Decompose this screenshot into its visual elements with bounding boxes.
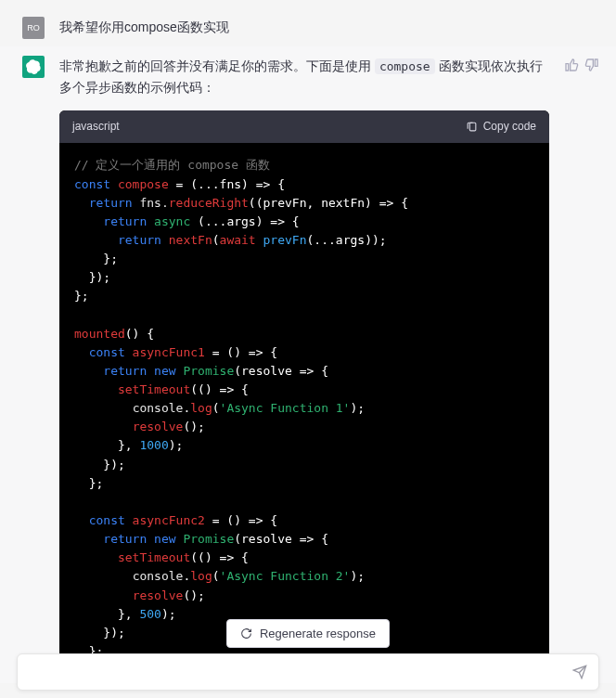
chat-input[interactable] [29, 665, 572, 679]
user-message-text: 我希望你用compose函数实现 [59, 17, 599, 37]
user-message-row: RO 我希望你用compose函数实现 [0, 7, 616, 46]
inline-code-compose: compose [375, 58, 435, 74]
assistant-message-body: 非常抱歉之前的回答并没有满足你的需求。下面是使用 compose 函数实现依次执… [59, 56, 549, 676]
clipboard-icon [466, 121, 478, 133]
refresh-icon [240, 627, 252, 640]
thumbs-down-icon[interactable] [584, 58, 599, 72]
assistant-text-before: 非常抱歉之前的回答并没有满足你的需求。下面是使用 [59, 58, 375, 73]
regenerate-button[interactable]: Regenerate response [226, 619, 390, 648]
code-language-label: javascript [72, 118, 120, 136]
user-avatar: RO [22, 17, 45, 39]
thumbs-up-icon[interactable] [564, 58, 579, 72]
openai-logo-icon [26, 59, 41, 74]
conversation: RO 我希望你用compose函数实现 非常抱歉之前的回答并没有满足你的需求。下… [0, 0, 616, 683]
assistant-message-row: 非常抱歉之前的回答并没有满足你的需求。下面是使用 compose 函数实现依次执… [0, 46, 616, 683]
assistant-avatar [22, 56, 45, 78]
code-content: // 定义一个通用的 compose 函数 const compose = (.… [59, 143, 549, 676]
copy-code-button[interactable]: Copy code [466, 118, 536, 136]
message-actions [564, 58, 599, 72]
chat-input-bar [17, 653, 599, 691]
user-avatar-label: RO [27, 23, 40, 32]
regenerate-label: Regenerate response [260, 627, 376, 640]
send-icon[interactable] [572, 665, 587, 679]
copy-code-label: Copy code [483, 118, 536, 136]
code-header: javascript Copy code [59, 110, 549, 143]
code-block: javascript Copy code // 定义一个通用的 compose … [59, 110, 549, 676]
svg-rect-0 [469, 123, 475, 131]
